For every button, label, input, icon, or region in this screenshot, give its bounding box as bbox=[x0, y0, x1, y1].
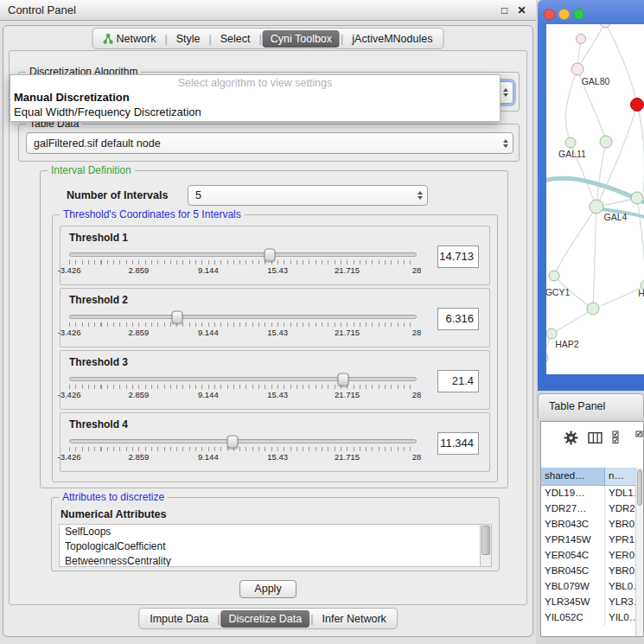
columns-icon[interactable] bbox=[588, 430, 603, 445]
scale-label: 9.144 bbox=[198, 452, 219, 462]
attributes-list[interactable]: SelfLoopsTopologicalCoefficientBetweenne… bbox=[59, 524, 492, 567]
threshold-label: Threshold 4 bbox=[69, 418, 128, 430]
network-edge[interactable] bbox=[593, 207, 596, 309]
network-view-window[interactable]: GAL80GAL11GAL4GCY1HAP2H bbox=[538, 0, 644, 391]
thresholds-group: Threshold's Coordinates for 5 Intervals … bbox=[52, 214, 498, 482]
scale-label: 21.715 bbox=[335, 390, 360, 399]
mac-close-icon[interactable] bbox=[544, 9, 555, 20]
network-icon bbox=[104, 34, 113, 44]
table-scrollbar[interactable] bbox=[635, 468, 643, 636]
apply-button[interactable]: Apply bbox=[239, 580, 296, 598]
control-panel-window: Control Panel □ ✕ Network|Style|Select|C… bbox=[0, 0, 536, 644]
slider-thumb[interactable] bbox=[171, 310, 182, 323]
table-cell: YBR0… bbox=[605, 517, 635, 532]
tab-infer-network[interactable]: Infer Network bbox=[315, 610, 394, 628]
network-edge[interactable] bbox=[552, 309, 593, 334]
network-canvas[interactable]: GAL80GAL11GAL4GCY1HAP2H bbox=[546, 24, 644, 374]
network-node[interactable] bbox=[546, 328, 557, 339]
slider-track[interactable] bbox=[69, 315, 417, 319]
scale-label: 15.43 bbox=[267, 265, 288, 275]
table-row[interactable]: YPR145WYPR1… bbox=[541, 532, 635, 548]
network-node-label: HAP2 bbox=[555, 339, 579, 349]
scale-label: 21.715 bbox=[335, 452, 360, 462]
scrollbar-thumb[interactable] bbox=[481, 526, 490, 555]
network-node[interactable] bbox=[565, 137, 576, 148]
threshold-slider[interactable]: -3.4262.8599.14415.4321.71528 bbox=[69, 252, 417, 274]
network-node[interactable] bbox=[587, 303, 599, 315]
network-node[interactable] bbox=[577, 35, 586, 44]
network-node[interactable] bbox=[631, 99, 644, 112]
table-row[interactable]: YDR27…YDR2… bbox=[541, 501, 635, 517]
popup-option[interactable]: Manual Discretization bbox=[10, 90, 500, 105]
mac-zoom-icon[interactable] bbox=[573, 9, 584, 20]
attribute-item[interactable]: TopologicalCoefficient bbox=[60, 539, 491, 554]
threshold-slider[interactable]: -3.4262.8599.14415.4321.71528 bbox=[69, 439, 417, 461]
control-panel-titlebar[interactable]: Control Panel □ ✕ bbox=[0, 0, 536, 21]
threshold-value-field[interactable]: 11.344 bbox=[437, 432, 479, 455]
table-row[interactable]: YIL052CYIL0… bbox=[541, 610, 635, 626]
table-row[interactable]: YBR045CYBR0… bbox=[541, 564, 635, 579]
tab-impute-data[interactable]: Impute Data bbox=[142, 610, 216, 628]
slider-ticks bbox=[69, 385, 417, 389]
scale-label: 15.43 bbox=[267, 390, 288, 399]
attribute-item[interactable]: SelfLoops bbox=[60, 525, 491, 539]
threshold-slider[interactable]: -3.4262.8599.14415.4321.71528 bbox=[69, 377, 417, 399]
network-edge[interactable] bbox=[605, 24, 637, 105]
table-row[interactable]: YDL19…YDL1… bbox=[541, 486, 635, 501]
gear-icon[interactable] bbox=[564, 430, 578, 445]
column-header-shared[interactable]: shared… bbox=[541, 468, 605, 486]
slider-thumb[interactable] bbox=[337, 373, 348, 386]
tab-select[interactable]: Select bbox=[213, 30, 258, 48]
tab-cyni-toolbox[interactable]: Cyni Toolbox bbox=[263, 30, 340, 48]
threshold-value-field[interactable]: 14.713 bbox=[437, 245, 479, 268]
tab-network[interactable]: Network bbox=[96, 30, 164, 48]
network-edge[interactable] bbox=[577, 24, 605, 69]
table-row[interactable]: YBR043CYBR0… bbox=[541, 517, 635, 532]
select-columns-icon[interactable] bbox=[612, 430, 626, 443]
table-data-combobox[interactable]: galFiltered.sif default node bbox=[26, 132, 513, 154]
network-edge[interactable] bbox=[554, 207, 596, 276]
table-panel-titlebar[interactable]: Table Panel bbox=[538, 393, 644, 418]
threshold-slider[interactable]: -3.4262.8599.14415.4321.71528 bbox=[69, 315, 417, 336]
network-edge[interactable] bbox=[637, 105, 644, 193]
network-node[interactable] bbox=[600, 136, 612, 148]
slider-track[interactable] bbox=[69, 439, 417, 443]
table-row[interactable]: YLR345WYLR3… bbox=[541, 595, 635, 610]
slider-track[interactable] bbox=[69, 377, 417, 381]
network-node[interactable] bbox=[549, 271, 559, 281]
float-window-icon[interactable]: □ bbox=[498, 4, 511, 16]
network-edge[interactable] bbox=[565, 69, 577, 143]
network-node[interactable] bbox=[571, 63, 583, 75]
threshold-value-field[interactable]: 21.4 bbox=[437, 370, 479, 392]
threshold-value-field[interactable]: 6.316 bbox=[437, 308, 479, 330]
attributes-scrollbar[interactable] bbox=[480, 525, 491, 566]
close-icon[interactable]: ✕ bbox=[515, 4, 528, 16]
tab-jactivemnodules[interactable]: jActiveMNodules bbox=[344, 30, 440, 48]
network-node[interactable] bbox=[546, 353, 548, 363]
attribute-item[interactable]: BetweennessCentrality bbox=[60, 554, 491, 567]
mac-minimize-icon[interactable] bbox=[558, 9, 570, 20]
tab-discretize-data[interactable]: Discretize Data bbox=[221, 610, 310, 628]
network-node[interactable] bbox=[590, 200, 603, 214]
slider-thumb[interactable] bbox=[226, 435, 238, 448]
popup-option[interactable]: Equal Width/Frequency Discretization bbox=[10, 105, 500, 119]
slider-thumb[interactable] bbox=[264, 248, 275, 261]
scale-labels: -3.4262.8599.14415.4321.71528 bbox=[69, 328, 417, 336]
slider-track[interactable] bbox=[69, 252, 417, 257]
table-cell: YLR345W bbox=[541, 595, 605, 610]
tab-style[interactable]: Style bbox=[169, 30, 208, 48]
network-edge[interactable] bbox=[637, 198, 644, 285]
column-header-name[interactable]: n… bbox=[605, 468, 635, 486]
network-node[interactable] bbox=[631, 192, 643, 204]
scale-label: 15.43 bbox=[267, 452, 288, 462]
scrollbar-thumb[interactable] bbox=[637, 469, 642, 506]
network-edge[interactable] bbox=[593, 285, 644, 309]
network-node[interactable] bbox=[600, 24, 610, 28]
select-rows-icon[interactable] bbox=[635, 430, 644, 443]
table-row[interactable]: YBL079WYBL0… bbox=[541, 579, 635, 595]
scale-label: -3.426 bbox=[58, 265, 81, 275]
table-cell: YDL19… bbox=[541, 486, 605, 501]
threshold-label: Threshold 2 bbox=[69, 294, 128, 306]
number-of-intervals-combobox[interactable]: 5 bbox=[188, 185, 428, 206]
table-row[interactable]: YER054CYER0… bbox=[541, 548, 635, 564]
